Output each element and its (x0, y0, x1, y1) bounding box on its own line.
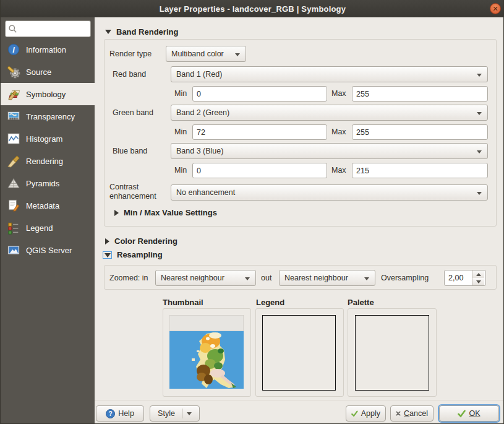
titlebar: Layer Properties - landcover_RGB | Symbo… (1, 0, 504, 17)
check-icon (351, 410, 358, 418)
legend-preview-box (262, 315, 336, 391)
sidebar-item-qgis-server[interactable]: QGIS Server (1, 239, 95, 261)
histogram-icon (6, 131, 21, 146)
blue-band-select[interactable]: Band 3 (Blue) (171, 143, 488, 159)
close-icon[interactable]: ✕ (490, 3, 501, 14)
green-band-select[interactable]: Band 2 (Green) (171, 105, 488, 121)
chevron-down-icon (477, 112, 482, 115)
sidebar-item-rendering[interactable]: Rendering (1, 150, 95, 172)
minmax-settings-header[interactable]: Min / Max Value Settings (114, 208, 217, 217)
sidebar-item-legend[interactable]: Legend (1, 217, 95, 239)
collapse-arrow-icon[interactable] (105, 253, 111, 257)
contrast-enhancement-select[interactable]: No enhancement (171, 184, 488, 201)
blue-band-value: Band 3 (Blue) (176, 147, 223, 155)
render-type-select[interactable]: Multiband color (166, 46, 246, 62)
apply-button[interactable]: Apply (346, 405, 386, 422)
thumbnail-preview-image (169, 315, 244, 389)
sidebar-item-information[interactable]: i Information (1, 38, 95, 61)
blue-band-label: Blue band (113, 147, 147, 156)
contrast-enhancement-value: No enhancement (176, 188, 235, 197)
help-icon: ? (106, 409, 115, 418)
ok-button-label: OK (469, 409, 480, 418)
oversampling-label: Oversampling (381, 274, 429, 283)
search-icon (8, 24, 17, 33)
minmax-settings-title: Min / Max Value Settings (124, 208, 217, 217)
blue-max-input[interactable] (352, 163, 488, 178)
band-rendering-header[interactable]: Band Rendering (105, 27, 178, 37)
style-button[interactable]: Style (150, 405, 200, 422)
chevron-down-icon (364, 277, 369, 280)
pyramids-icon (6, 176, 21, 191)
red-max-input[interactable] (352, 86, 488, 102)
color-rendering-header[interactable]: Color Rendering (105, 236, 177, 246)
help-button-label: Help (118, 409, 134, 418)
sidebar-item-metadata[interactable]: Metadata (1, 194, 95, 217)
sidebar-item-pyramids[interactable]: Pyramids (1, 172, 95, 194)
search-input[interactable] (17, 24, 84, 34)
spin-down-icon[interactable] (472, 278, 484, 285)
sidebar-item-label: Transparency (26, 112, 75, 121)
sidebar-item-histogram[interactable]: Histogram (1, 128, 95, 150)
blue-min-input[interactable] (192, 163, 327, 178)
source-icon (6, 64, 21, 79)
collapse-arrow-icon[interactable] (105, 30, 111, 34)
green-max-label: Max (331, 128, 346, 137)
chevron-down-icon (187, 412, 192, 415)
information-icon: i (6, 42, 21, 57)
zoomed-in-label: Zoomed: in (109, 274, 148, 283)
layer-properties-dialog: Layer Properties - landcover_RGB | Symbo… (0, 0, 504, 424)
green-max-input[interactable] (352, 124, 488, 140)
oversampling-input[interactable] (445, 270, 472, 285)
red-min-label: Min (174, 89, 187, 98)
svg-text:i: i (12, 45, 15, 54)
sidebar-item-label: Histogram (26, 134, 62, 144)
green-band-value: Band 2 (Green) (176, 108, 229, 117)
ok-button[interactable]: OK (439, 405, 499, 422)
symbology-icon (6, 87, 21, 102)
zoomed-out-select[interactable]: Nearest neighbour (279, 270, 375, 286)
red-min-input[interactable] (192, 86, 327, 102)
zoomed-out-value: Nearest neighbour (284, 274, 348, 282)
band-rendering-title: Band Rendering (116, 27, 178, 37)
red-band-select[interactable]: Band 1 (Red) (171, 66, 488, 82)
chevron-down-icon (477, 150, 482, 154)
check-icon (458, 410, 466, 418)
footer-divider (95, 400, 504, 400)
zoomed-out-label: out (261, 274, 271, 283)
red-max-label: Max (331, 89, 346, 98)
chevron-down-icon (245, 277, 250, 280)
palette-preview-box (355, 315, 429, 391)
zoomed-in-value: Nearest neighbour (161, 274, 224, 282)
sidebar-item-source[interactable]: Source (1, 61, 95, 83)
resampling-title: Resampling (117, 250, 163, 259)
expand-arrow-icon[interactable] (105, 238, 109, 244)
sidebar: i Information Source Sy (1, 17, 95, 424)
red-band-label: Red band (113, 70, 146, 79)
green-min-input[interactable] (192, 124, 327, 140)
spin-up-icon[interactable] (472, 270, 484, 278)
render-type-label: Render type (109, 50, 152, 59)
transparency-icon (6, 109, 21, 124)
resampling-header[interactable]: Resampling (103, 250, 163, 259)
green-band-label: Green band (113, 108, 153, 118)
expand-arrow-icon[interactable] (114, 210, 119, 216)
thumbnail-label: Thumbnail (163, 298, 203, 307)
metadata-icon (6, 198, 21, 213)
blue-min-label: Min (174, 166, 187, 175)
apply-button-label: Apply (361, 409, 380, 418)
style-dropdown-arrow[interactable] (182, 409, 192, 418)
chevron-down-icon (235, 53, 240, 56)
sidebar-search[interactable] (5, 20, 91, 37)
help-button[interactable]: ? Help (96, 405, 144, 422)
window-title: Layer Properties - landcover_RGB | Symbo… (160, 4, 346, 14)
sidebar-item-label: Pyramids (26, 179, 59, 188)
color-rendering-title: Color Rendering (114, 236, 177, 246)
cancel-button[interactable]: Cancel (390, 405, 434, 422)
oversampling-spinner[interactable] (444, 270, 486, 286)
x-icon (396, 410, 401, 417)
sidebar-item-transparency[interactable]: Transparency (1, 105, 95, 128)
sidebar-item-symbology[interactable]: Symbology (1, 83, 95, 105)
zoomed-in-select[interactable]: Nearest neighbour (155, 270, 256, 286)
focus-ring (103, 251, 112, 259)
sidebar-item-label: Source (26, 67, 51, 77)
